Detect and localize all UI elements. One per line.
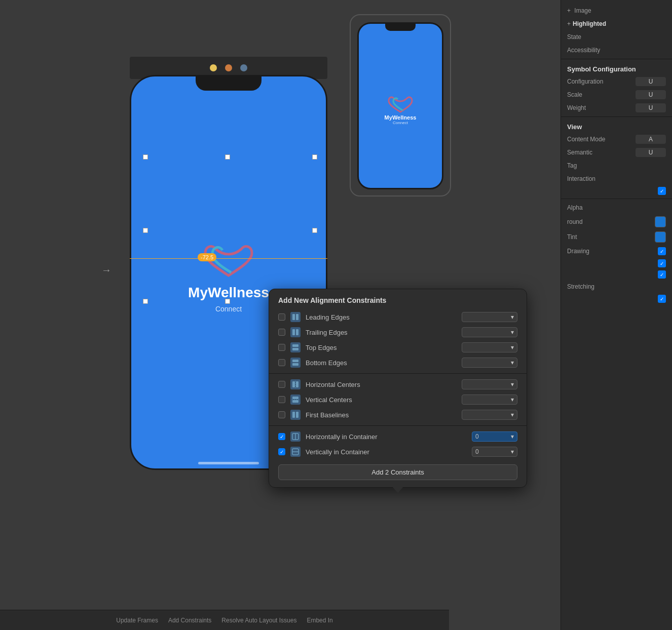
vertically-in-container-checkbox[interactable]: ✓ xyxy=(278,448,285,455)
round-color-box[interactable] xyxy=(655,216,666,227)
check2[interactable]: ✓ xyxy=(658,259,666,267)
top-edges-dropdown[interactable]: ▾ xyxy=(462,342,517,352)
leading-edges-checkbox[interactable] xyxy=(278,313,285,321)
bottom-toolbar: Update Frames Add Constraints Resolve Au… xyxy=(0,610,449,630)
horizontally-in-container-value[interactable]: 0▾ xyxy=(472,431,517,442)
first-baselines-icon xyxy=(290,410,301,420)
interaction-checkbox-1[interactable]: ✓ xyxy=(658,187,666,195)
constraint-item-v-container: ✓ Vertically in Container 0▾ xyxy=(269,444,527,459)
panel-row-check2: ✓ xyxy=(561,258,672,269)
vertical-centers-checkbox[interactable] xyxy=(278,396,285,403)
panel-row-scale: Scale U xyxy=(561,88,672,101)
weight-value[interactable]: U xyxy=(636,103,666,112)
constraint-item-leading: Leading Edges ▾ xyxy=(269,309,527,325)
scale-value[interactable]: U xyxy=(636,90,666,99)
configuration-value[interactable]: U xyxy=(636,77,666,86)
accessibility-label: Accessibility xyxy=(567,47,600,54)
svg-rect-14 xyxy=(292,412,295,418)
svg-rect-5 xyxy=(292,348,298,350)
trailing-edges-checkbox[interactable] xyxy=(278,329,285,336)
constraints-popup: Add New Alignment Constraints Leading Ed… xyxy=(269,289,527,488)
semantic-label: Semantic xyxy=(567,149,592,156)
tint-label: Tint xyxy=(567,233,577,241)
resolve-btn[interactable]: Resolve Auto Layout Issues xyxy=(221,617,296,624)
tint-color-box[interactable] xyxy=(655,231,666,243)
update-frames-btn[interactable]: Update Frames xyxy=(116,617,158,624)
panel-row-weight: Weight U xyxy=(561,101,672,114)
leading-edges-label: Leading Edges xyxy=(306,313,457,321)
drawing-label: Drawing xyxy=(567,248,589,255)
first-baselines-checkbox[interactable] xyxy=(278,411,285,418)
alpha-label: Alpha xyxy=(567,204,583,211)
selection-handle-tl[interactable] xyxy=(143,154,148,160)
horizontal-centers-checkbox[interactable] xyxy=(278,381,285,388)
popup-title: Add New Alignment Constraints xyxy=(269,289,527,309)
symbol-config-header: Symbol Configuration xyxy=(561,61,672,75)
constraint-item-bottom: Bottom Edges ▾ xyxy=(269,355,527,370)
drawing-checkbox[interactable]: ✓ xyxy=(658,247,666,255)
toolbar-circle-blue-gray[interactable] xyxy=(240,64,247,71)
content-mode-value[interactable]: A xyxy=(636,135,666,144)
bottom-edges-label: Bottom Edges xyxy=(306,359,457,367)
configuration-label: Configuration xyxy=(567,78,603,85)
embed-in-btn[interactable]: Embed In xyxy=(307,617,332,624)
stretching-label: Stretching xyxy=(567,283,594,290)
vertical-centers-dropdown[interactable]: ▾ xyxy=(462,395,517,405)
small-app-title: MyWellness xyxy=(385,114,417,121)
panel-row-round: round xyxy=(561,214,672,229)
scale-label: Scale xyxy=(567,91,582,98)
selection-handle-ml[interactable] xyxy=(143,228,148,233)
add-constraints-btn[interactable]: Add Constraints xyxy=(168,617,211,624)
divider-2 xyxy=(561,116,672,117)
bottom-edges-checkbox[interactable] xyxy=(278,359,285,366)
first-baselines-label: First Baselines xyxy=(306,411,457,419)
round-label: round xyxy=(567,218,583,225)
vertically-in-container-value[interactable]: 0▾ xyxy=(472,447,517,457)
panel-row-semantic: Semantic U xyxy=(561,146,672,159)
top-edges-label: Top Edges xyxy=(306,344,457,351)
trailing-edges-dropdown[interactable]: ▾ xyxy=(462,327,517,337)
small-notch xyxy=(385,24,416,31)
add-constraints-button[interactable]: Add 2 Constraints xyxy=(278,464,517,480)
svg-rect-7 xyxy=(292,363,298,366)
bottom-edges-icon xyxy=(290,358,301,368)
state-label: State xyxy=(567,33,581,41)
svg-rect-12 xyxy=(292,400,298,403)
horizontal-centers-label: Horizontal Centers xyxy=(306,381,457,388)
top-edges-checkbox[interactable] xyxy=(278,344,285,351)
toolbar-circle-yellow[interactable] xyxy=(210,64,217,71)
semantic-value[interactable]: U xyxy=(636,148,666,157)
toolbar-circle-orange[interactable] xyxy=(225,64,232,71)
selection-handle-tr[interactable] xyxy=(312,154,317,160)
horizontally-in-container-checkbox[interactable]: ✓ xyxy=(278,433,285,440)
image-label: Image xyxy=(574,7,591,14)
check3[interactable]: ✓ xyxy=(658,270,666,279)
home-indicator xyxy=(198,462,259,464)
constraint-item-vcenters: Vertical Centers ▾ xyxy=(269,392,527,407)
constraint-line-h xyxy=(130,258,327,259)
svg-rect-6 xyxy=(292,360,298,362)
arrow-indicator: → xyxy=(101,264,111,276)
weight-label: Weight xyxy=(567,104,586,111)
svg-rect-15 xyxy=(296,412,298,418)
vertical-centers-icon xyxy=(290,395,301,405)
constraint-item-baselines: First Baselines ▾ xyxy=(269,407,527,422)
panel-row-drawing: Drawing ✓ xyxy=(561,245,672,258)
first-baselines-dropdown[interactable]: ▾ xyxy=(462,410,517,420)
selection-handle-bm[interactable] xyxy=(225,299,230,304)
check4[interactable]: ✓ xyxy=(658,295,666,303)
selection-handle-bl[interactable] xyxy=(143,299,148,304)
horizontal-centers-dropdown[interactable]: ▾ xyxy=(462,379,517,389)
vertically-in-container-label: Vertically in Container xyxy=(306,448,467,456)
bottom-edges-dropdown[interactable]: ▾ xyxy=(462,358,517,368)
constraint-item-top: Top Edges ▾ xyxy=(269,340,527,355)
vertical-centers-label: Vertical Centers xyxy=(306,396,457,404)
leading-edges-dropdown[interactable]: ▾ xyxy=(462,312,517,322)
canvas-area: MyWellness Connect MyWellness Connect xyxy=(0,0,561,630)
app-subtitle: Connect xyxy=(215,305,242,313)
selection-handle-mr[interactable] xyxy=(312,228,317,233)
divider-3 xyxy=(561,199,672,199)
panel-row-configuration: Configuration U xyxy=(561,75,672,88)
selection-handle-tm[interactable] xyxy=(225,154,230,160)
horizontally-in-container-label: Horizontally in Container xyxy=(306,433,467,441)
